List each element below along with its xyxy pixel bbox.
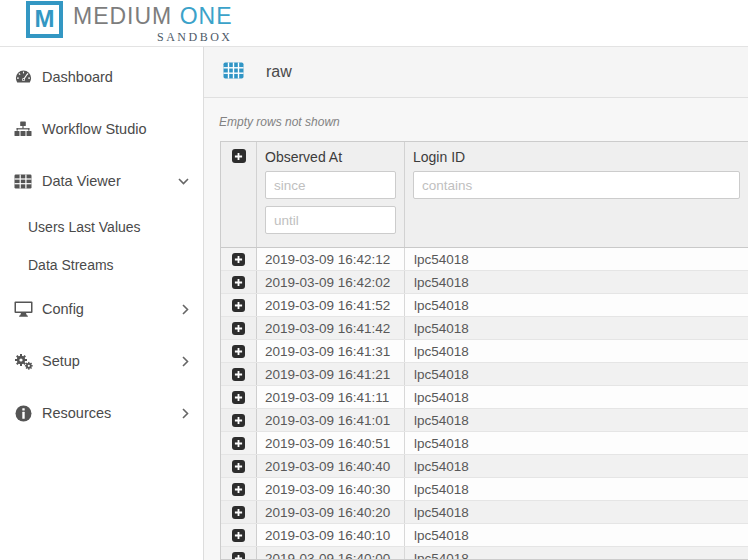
observed-at-cell: 2019-03-09 16:42:12: [257, 248, 405, 270]
login-id-cell: lpc54018: [405, 317, 748, 339]
logo-wordmark: MEDIUM ONE SANDBOX: [73, 1, 233, 45]
sidebar-item-label: Workflow Studio: [42, 121, 147, 137]
brand-name-one: ONE: [180, 3, 233, 29]
login-id-cell: lpc54018: [405, 501, 748, 523]
since-filter-input[interactable]: [265, 171, 396, 199]
observed-at-column-header: Observed At: [257, 142, 405, 247]
login-id-cell: lpc54018: [405, 524, 748, 546]
table-row: 2019-03-09 16:40:30 lpc54018: [221, 478, 748, 501]
plus-icon: [234, 152, 243, 161]
sidebar-item-dashboard[interactable]: Dashboard: [0, 65, 203, 89]
sidebar-subitem-label: Users Last Values: [28, 219, 141, 235]
table-icon: [12, 174, 34, 189]
empty-rows-note: Empty rows not shown: [219, 115, 340, 129]
sidebar-item-data-streams[interactable]: Data Streams: [0, 255, 203, 275]
expand-row-button[interactable]: [232, 483, 245, 496]
expand-row-button[interactable]: [232, 368, 245, 381]
top-header: M MEDIUM ONE SANDBOX: [0, 0, 748, 47]
sidebar-item-setup[interactable]: Setup: [0, 349, 203, 373]
sidebar-item-workflow-studio[interactable]: Workflow Studio: [0, 117, 203, 141]
plus-icon: [234, 255, 243, 264]
row-expander-cell: [221, 363, 257, 385]
table-row: 2019-03-09 16:41:52 lpc54018: [221, 294, 748, 317]
row-expander-cell: [221, 340, 257, 362]
sidebar-item-label: Resources: [42, 405, 111, 421]
main-content: raw Empty rows not shown Observed At Log…: [204, 47, 748, 560]
monitor-icon: [12, 301, 34, 317]
chevron-right-icon: [182, 304, 189, 315]
plus-icon: [234, 554, 243, 560]
expand-row-button[interactable]: [232, 437, 245, 450]
expand-row-button[interactable]: [232, 391, 245, 404]
observed-at-cell: 2019-03-09 16:41:31: [257, 340, 405, 362]
expand-row-button[interactable]: [232, 552, 245, 560]
table-row: 2019-03-09 16:40:20 lpc54018: [221, 501, 748, 524]
expand-row-button[interactable]: [232, 529, 245, 542]
sitemap-icon: [12, 121, 34, 137]
expand-row-button[interactable]: [232, 414, 245, 427]
table-header: Observed At Login ID: [221, 142, 748, 248]
observed-at-cell: 2019-03-09 16:40:30: [257, 478, 405, 500]
observed-at-cell: 2019-03-09 16:41:52: [257, 294, 405, 316]
row-expander-cell: [221, 248, 257, 270]
logo-letter: M: [35, 7, 55, 31]
sidebar-item-config[interactable]: Config: [0, 297, 203, 321]
row-expander-cell: [221, 524, 257, 546]
expand-row-button[interactable]: [232, 276, 245, 289]
row-expander-cell: [221, 432, 257, 454]
observed-at-cell: 2019-03-09 16:41:01: [257, 409, 405, 431]
table-row: 2019-03-09 16:40:51 lpc54018: [221, 432, 748, 455]
sidebar: Dashboard Workflow Studio: [0, 47, 204, 560]
expand-all-button[interactable]: [232, 149, 246, 163]
observed-at-cell: 2019-03-09 16:41:11: [257, 386, 405, 408]
plus-icon: [234, 462, 243, 471]
sidebar-item-label: Setup: [42, 353, 80, 369]
observed-at-cell: 2019-03-09 16:40:20: [257, 501, 405, 523]
plus-icon: [234, 416, 243, 425]
login-id-cell: lpc54018: [405, 294, 748, 316]
login-id-cell: lpc54018: [405, 478, 748, 500]
observed-at-cell: 2019-03-09 16:40:00: [257, 547, 405, 559]
expand-row-button[interactable]: [232, 460, 245, 473]
expander-column-header: [221, 142, 257, 247]
row-expander-cell: [221, 271, 257, 293]
row-expander-cell: [221, 409, 257, 431]
table-row: 2019-03-09 16:40:10 lpc54018: [221, 524, 748, 547]
table-row: 2019-03-09 16:42:02 lpc54018: [221, 271, 748, 294]
expand-row-button[interactable]: [232, 506, 245, 519]
contains-filter-input[interactable]: [413, 171, 740, 199]
chevron-right-icon: [182, 408, 189, 419]
gears-icon: [12, 353, 34, 370]
sidebar-subitem-label: Data Streams: [28, 257, 114, 273]
login-id-cell: lpc54018: [405, 455, 748, 477]
observed-at-cell: 2019-03-09 16:40:10: [257, 524, 405, 546]
table-row: 2019-03-09 16:41:01 lpc54018: [221, 409, 748, 432]
chevron-down-icon: [178, 178, 189, 185]
table-row: 2019-03-09 16:40:00 lpc54018: [221, 547, 748, 559]
login-id-cell: lpc54018: [405, 248, 748, 270]
observed-at-cell: 2019-03-09 16:40:40: [257, 455, 405, 477]
brand-name-medium: MEDIUM: [73, 3, 172, 29]
page-title: raw: [266, 63, 292, 81]
plus-icon: [234, 301, 243, 310]
row-expander-cell: [221, 501, 257, 523]
row-expander-cell: [221, 547, 257, 559]
info-circle-icon: [12, 405, 34, 422]
plus-icon: [234, 370, 243, 379]
sidebar-item-resources[interactable]: Resources: [0, 401, 203, 425]
table-body: 2019-03-09 16:42:12 lpc54018 2019-03-09 …: [221, 248, 748, 559]
chevron-right-icon: [182, 356, 189, 367]
until-filter-input[interactable]: [265, 206, 396, 234]
sidebar-item-data-viewer[interactable]: Data Viewer: [0, 169, 203, 193]
expand-row-button[interactable]: [232, 253, 245, 266]
table-row: 2019-03-09 16:41:21 lpc54018: [221, 363, 748, 386]
row-expander-cell: [221, 478, 257, 500]
sidebar-item-label: Data Viewer: [42, 173, 121, 189]
expand-row-button[interactable]: [232, 345, 245, 358]
expand-row-button[interactable]: [232, 299, 245, 312]
plus-icon: [234, 347, 243, 356]
table-row: 2019-03-09 16:41:42 lpc54018: [221, 317, 748, 340]
sidebar-item-users-last-values[interactable]: Users Last Values: [0, 217, 203, 237]
plus-icon: [234, 278, 243, 287]
expand-row-button[interactable]: [232, 322, 245, 335]
